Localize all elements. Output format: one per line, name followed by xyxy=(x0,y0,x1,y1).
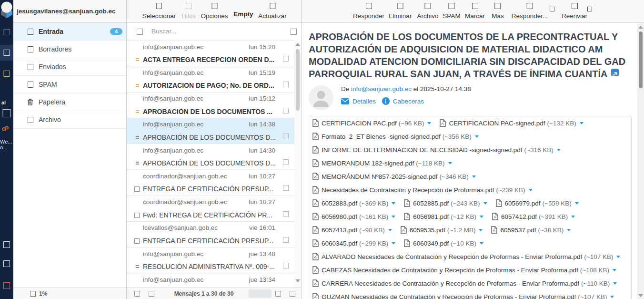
message-row[interactable]: info@sanjuan.gob.eclun 15:19AUTORIZACION… xyxy=(127,66,294,92)
attachment-item[interactable]: CERTIFICACION PAC-signed.pdf(~132 KB) xyxy=(440,119,583,127)
webmail-logo-icon[interactable] xyxy=(0,1,13,19)
message-flag-icon[interactable] xyxy=(283,82,289,87)
attachment-menu-icon[interactable] xyxy=(613,282,617,285)
page-number-input[interactable] xyxy=(249,289,272,298)
attachment-menu-icon[interactable] xyxy=(580,122,584,124)
open-in-new-window-icon[interactable] xyxy=(611,69,619,76)
attachment-menu-icon[interactable] xyxy=(392,216,395,218)
list-toolbar-hilos-button[interactable]: Hilos xyxy=(181,0,196,23)
folder-item-spam[interactable]: SPAM xyxy=(13,76,126,93)
nav-item-icon[interactable] xyxy=(3,109,11,117)
scroll-down-icon[interactable] xyxy=(295,279,300,282)
folder-item-papelera[interactable]: Papelera xyxy=(13,93,126,111)
next-page-icon[interactable] xyxy=(275,291,281,297)
attachment-menu-icon[interactable] xyxy=(557,149,561,151)
attachment-item[interactable]: 6052883.pdf(~369 KB) xyxy=(312,199,395,207)
attachment-menu-icon[interactable] xyxy=(475,135,479,138)
attachment-item[interactable]: CERTIFICACION PAC.pdf(~96 KB) xyxy=(312,119,431,127)
attachment-item[interactable]: 6056979.pdf(~559 KB) xyxy=(496,199,579,207)
search-options-icon[interactable] xyxy=(291,29,297,35)
attachment-menu-icon[interactable] xyxy=(529,189,533,191)
attachment-item[interactable]: 6056981.pdf(~12 KB) xyxy=(404,213,483,220)
scrollbar-thumb[interactable] xyxy=(296,49,300,111)
first-page-icon[interactable] xyxy=(134,291,140,297)
last-page-icon[interactable] xyxy=(290,291,295,297)
message-flag-icon[interactable] xyxy=(283,185,289,191)
message-flag-icon[interactable] xyxy=(283,108,289,113)
attachment-item[interactable]: MEMORANDUM 182-signed.pdf(~118 KB) xyxy=(312,159,452,167)
nav-item-icon[interactable] xyxy=(4,71,10,77)
attachment-item[interactable]: 6056980.pdf(~161 KB) xyxy=(312,213,395,220)
attachment-menu-icon[interactable] xyxy=(480,216,483,218)
attachment-menu-icon[interactable] xyxy=(480,242,483,245)
scroll-down-icon[interactable] xyxy=(638,294,643,297)
attachment-menu-icon[interactable] xyxy=(483,202,487,205)
mail-toolbar-marcar-button[interactable]: Marcar xyxy=(465,0,485,23)
message-row[interactable]: info@sanjuan.gob.eclun 14:38APROBACIÓN D… xyxy=(127,118,294,144)
attachment-menu-icon[interactable] xyxy=(392,242,395,245)
mail-toolbar-más-button[interactable]: Más xyxy=(492,0,504,23)
attachment-menu-icon[interactable] xyxy=(613,269,616,271)
nav-item-icon[interactable] xyxy=(3,260,10,267)
attachment-menu-icon[interactable] xyxy=(472,175,476,178)
attachment-menu-icon[interactable] xyxy=(616,256,620,258)
sender-email-link[interactable]: info@sanjuan.gob.ec xyxy=(351,85,412,93)
attachment-menu-icon[interactable] xyxy=(479,229,483,231)
list-toolbar-opciones-button[interactable]: Opciones xyxy=(201,0,228,23)
message-flag-icon[interactable] xyxy=(283,159,289,165)
message-row[interactable]: coordinador@sanjuan.gob.eclun 10:27Fwd: … xyxy=(127,196,294,222)
list-scrollbar[interactable] xyxy=(294,41,301,288)
message-row[interactable]: info@sanjuan.gob.ecjue 13:48RESOLUCIÓN A… xyxy=(127,247,294,273)
nav-item-email-icon[interactable] xyxy=(4,50,10,56)
nav-logout-icon[interactable] xyxy=(3,282,10,289)
attachment-menu-icon[interactable] xyxy=(448,162,452,165)
message-row[interactable]: info@sanjuan.gob.eclun 15:20ACTA ENTREGA… xyxy=(127,41,294,66)
attachment-item[interactable]: 6057412.pdf(~391 KB) xyxy=(492,213,575,220)
attachment-menu-icon[interactable] xyxy=(388,229,392,231)
attachment-item[interactable]: ALVARADO Necesidades de Contratación y R… xyxy=(312,253,620,260)
folder-item-borradores[interactable]: Borradores xyxy=(13,41,126,58)
toolbar-dropdown-icon[interactable] xyxy=(550,7,554,11)
mail-toolbar-eliminar-button[interactable]: Eliminar xyxy=(389,0,412,23)
attachment-item[interactable]: Formato_2_ET Bienes -signed-signed.pdf(~… xyxy=(312,133,479,140)
attachment-menu-icon[interactable] xyxy=(610,296,614,298)
mail-toolbar-archivo-button[interactable]: Archivo xyxy=(417,0,438,23)
prev-page-icon[interactable] xyxy=(149,291,154,297)
message-row[interactable]: info@sanjuan.gob.eclun 15:12APROBACIÓN D… xyxy=(127,93,294,118)
message-flag-icon[interactable] xyxy=(283,237,289,243)
message-flag-icon[interactable] xyxy=(283,211,289,217)
message-flag-icon[interactable] xyxy=(283,263,289,268)
attachment-item[interactable]: CABEZAS Necesidades de Contratación y Re… xyxy=(312,266,616,274)
attachment-item[interactable]: MEMORÁNDUM Nº857-2025-signed.pdf(~346 KB… xyxy=(312,173,476,180)
attachment-menu-icon[interactable] xyxy=(427,122,431,124)
attachment-item[interactable]: 6060349.pdf(~10 KB) xyxy=(404,239,483,247)
message-flag-icon[interactable] xyxy=(283,56,289,62)
nav-item-icon[interactable] xyxy=(4,29,10,35)
scrollbar-thumb[interactable] xyxy=(639,31,643,88)
search-icon[interactable] xyxy=(137,29,143,35)
mail-toolbar-responder-button[interactable]: Responder xyxy=(353,0,384,23)
list-toolbar-seleccionar-button[interactable]: Seleccionar xyxy=(142,0,176,23)
mail-scrollbar[interactable] xyxy=(637,23,644,299)
mail-toolbar-spam-button[interactable]: SPAM xyxy=(443,0,460,23)
details-button[interactable]: Detalles xyxy=(341,98,376,105)
folder-item-archivo[interactable]: Archivo xyxy=(13,111,126,129)
message-flag-icon[interactable] xyxy=(283,134,289,139)
list-toolbar-empty-button[interactable]: Empty xyxy=(233,0,253,23)
toolbar-dropdown-icon[interactable] xyxy=(587,7,592,11)
attachment-menu-icon[interactable] xyxy=(392,202,395,205)
message-row[interactable]: lcevallos@sanjuan.gob.ecvie 16:01ENTREGA… xyxy=(127,222,294,247)
attachment-item[interactable]: 6060345.pdf(~299 KB) xyxy=(312,239,395,247)
search-bar[interactable]: Buscar... xyxy=(127,23,301,41)
mail-toolbar-responder-button[interactable]: Responder... xyxy=(512,0,548,23)
attachment-item[interactable]: CARRERA Necesidades de Contratación y Re… xyxy=(312,279,617,287)
headers-button[interactable]: Cabeceras xyxy=(382,97,424,105)
cpanel-logo[interactable]: cP xyxy=(2,125,8,132)
search-input[interactable]: Buscar... xyxy=(151,28,177,35)
attachment-item[interactable]: Necesidades de Contratación y Recepción … xyxy=(312,186,533,194)
attachment-item[interactable]: INFORME DE DETERMINACION DE NECESIDAD -s… xyxy=(312,146,561,154)
attachment-item[interactable]: 6057413.pdf(~90 KB) xyxy=(312,226,392,234)
list-toolbar-actualizar-button[interactable]: Actualizar xyxy=(258,0,286,23)
folder-item-enviados[interactable]: Enviados xyxy=(13,58,126,76)
scroll-up-icon[interactable] xyxy=(638,26,643,29)
